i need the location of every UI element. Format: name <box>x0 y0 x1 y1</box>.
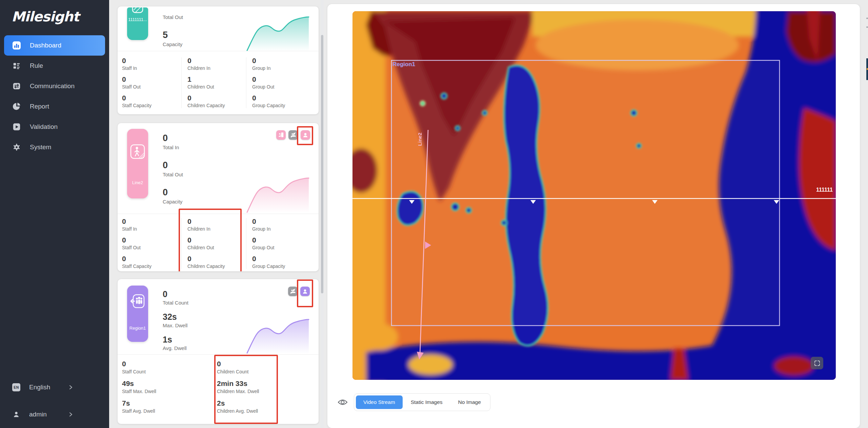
stat-value: 0 <box>252 217 315 226</box>
mode-static-images[interactable]: Static Images <box>403 395 450 409</box>
stat-label: Children Capacity <box>187 263 250 269</box>
stat-label: Group Out <box>252 245 315 251</box>
stat-label: Staff Avg. Dwell <box>122 408 185 414</box>
no-group-icon[interactable] <box>288 130 298 140</box>
divider <box>118 214 319 214</box>
person-icon[interactable] <box>301 130 310 140</box>
cards-scrollbar[interactable] <box>321 0 324 428</box>
sidebar-item-label: Communication <box>30 82 75 90</box>
badge-label: Line2 <box>132 180 143 185</box>
stat-value: 0 <box>122 217 185 226</box>
stat-value: 0 <box>187 254 250 263</box>
stat-value: 1 <box>187 75 250 84</box>
headline-label: Total Out <box>163 171 183 178</box>
stat-label: Children Avg. Dwell <box>217 408 280 414</box>
rule-badge: Line2 <box>127 129 148 198</box>
mode-video-stream[interactable]: Video Stream <box>356 395 403 409</box>
line-crossing-icon <box>130 144 145 160</box>
eye-icon[interactable] <box>338 398 348 406</box>
headline-label: Total Out <box>163 14 183 21</box>
stat-label: Staff Out <box>122 84 185 90</box>
crossing-line-icon <box>132 7 144 15</box>
headline-label: Avg. Dwell <box>163 345 188 352</box>
headline-label: Total Count <box>163 299 188 306</box>
stat-label: Group Out <box>252 84 315 90</box>
sidebar-item-rule[interactable]: Rule <box>4 56 105 76</box>
headline-label: Max. Dwell <box>163 322 188 329</box>
headline-label: Capacity <box>163 198 183 205</box>
no-group-icon[interactable] <box>288 287 298 296</box>
scroll-marker <box>866 18 868 19</box>
sidebar: Milesight Dashboard Rule Communication <box>0 0 109 428</box>
stat-value: 0 <box>122 359 185 369</box>
headline-label: Total In <box>163 144 183 151</box>
sidebar-menu: Dashboard Rule Communication Report <box>4 35 105 157</box>
stat-value: 0 <box>122 93 185 102</box>
rule-overlays <box>352 11 836 380</box>
stat-label: Staff In <box>122 65 185 71</box>
communication-icon <box>12 82 21 91</box>
stat-label: Staff Capacity <box>122 263 185 269</box>
chevron-right-icon <box>69 385 73 390</box>
stat-label: Children Count <box>217 369 280 375</box>
divider <box>118 51 319 51</box>
sidebar-item-system[interactable]: System <box>4 137 105 157</box>
stat-label: Children Out <box>187 84 250 90</box>
stat-value: 49s <box>122 379 185 388</box>
stat-value: 2min 33s <box>217 379 280 388</box>
region-people-icon <box>130 294 145 310</box>
headline-value: 1s <box>163 334 188 345</box>
counter-card-1111111: 1111111... Total Out 5 Capacity 0Staff I… <box>118 6 319 114</box>
language-selector[interactable]: EN English <box>4 377 105 397</box>
user-icon <box>12 410 20 419</box>
divider <box>118 354 319 355</box>
stat-label: Staff Capacity <box>122 102 185 109</box>
validation-icon <box>12 122 21 131</box>
system-icon <box>12 143 21 152</box>
rule-badge: 1111111... <box>127 7 148 40</box>
mode-no-image[interactable]: No Image <box>451 395 488 409</box>
sidebar-footer: EN English admin <box>4 370 105 425</box>
scrollbar-thumb[interactable] <box>321 35 323 293</box>
language-icon: EN <box>12 383 20 391</box>
card-toggle-icons <box>276 130 310 140</box>
stat-value: 0 <box>122 56 185 65</box>
stat-value: 2s <box>217 398 280 408</box>
rule-icon <box>12 61 21 70</box>
stat-value: 0 <box>217 359 280 369</box>
headline-stats: 0 Total Count 32s Max. Dwell 1s Avg. Dwe… <box>163 289 188 357</box>
card-toggle-icons <box>288 287 310 296</box>
sidebar-item-validation[interactable]: Validation <box>4 117 105 137</box>
sidebar-item-label: Rule <box>30 62 43 70</box>
stat-value: 0 <box>252 254 315 263</box>
stat-label: Children In <box>187 65 250 71</box>
sidebar-item-dashboard[interactable]: Dashboard <box>4 35 105 56</box>
stat-label: Staff Count <box>122 369 185 375</box>
stat-label: Staff Out <box>122 245 185 251</box>
stat-value: 0 <box>252 235 315 245</box>
fullscreen-button[interactable] <box>811 357 823 369</box>
stat-value: 0 <box>252 56 315 65</box>
stat-label: Children In <box>187 226 250 232</box>
stat-label: Group Capacity <box>252 263 315 269</box>
stat-value: 0 <box>122 254 185 263</box>
stat-value: 0 <box>252 93 315 102</box>
headline-value: 32s <box>163 312 188 322</box>
stat-label: Children Capacity <box>187 102 250 109</box>
person-icon[interactable] <box>300 287 310 296</box>
sidebar-item-communication[interactable]: Communication <box>4 76 105 96</box>
stat-value: 0 <box>187 56 250 65</box>
display-mode-switch: Video Stream Static Images No Image <box>354 393 490 411</box>
stat-value: 0 <box>187 93 250 102</box>
brand-logo: Milesight <box>12 9 79 24</box>
user-menu[interactable]: admin <box>4 404 105 425</box>
stat-label: Group Capacity <box>252 102 315 109</box>
entrance-icon[interactable] <box>276 130 286 140</box>
report-icon <box>12 102 21 111</box>
sidebar-item-report[interactable]: Report <box>4 96 105 117</box>
stat-value: 0 <box>122 75 185 84</box>
chevron-right-icon <box>69 412 73 417</box>
page-scrollbar[interactable] <box>866 0 868 428</box>
scroll-marker <box>867 68 868 70</box>
stat-label: Staff Max. Dwell <box>122 388 185 395</box>
